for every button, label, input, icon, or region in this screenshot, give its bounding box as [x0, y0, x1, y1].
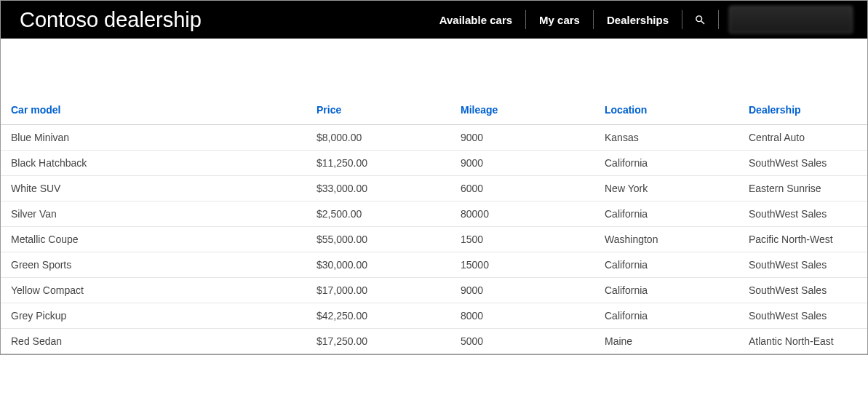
cars-table: Car model Price Mileage Location Dealers… [1, 97, 867, 354]
cell-car-model: Grey Pickup [1, 303, 306, 329]
cell-location: Washington [594, 227, 738, 252]
table-row[interactable]: Black Hatchback$11,250.009000CaliforniaS… [1, 151, 867, 176]
cell-dealership: Eastern Sunrise [738, 176, 867, 202]
cell-price: $33,000.00 [306, 176, 450, 202]
cell-car-model: Yellow Compact [1, 278, 306, 303]
brand-title: Contoso dealership [20, 8, 202, 32]
table-row[interactable]: White SUV$33,000.006000New YorkEastern S… [1, 176, 867, 202]
cell-dealership: SouthWest Sales [738, 202, 867, 227]
page: Contoso dealership Available cars My car… [0, 0, 868, 355]
cell-mileage: 15000 [450, 252, 594, 278]
top-bar: Contoso dealership Available cars My car… [1, 1, 867, 39]
cell-mileage: 8000 [450, 303, 594, 329]
cell-price: $55,000.00 [306, 227, 450, 252]
cell-dealership: SouthWest Sales [738, 303, 867, 329]
cell-location: New York [594, 176, 738, 202]
cell-price: $2,500.00 [306, 202, 450, 227]
cell-dealership: Central Auto [738, 125, 867, 151]
cell-price: $11,250.00 [306, 151, 450, 176]
table-row[interactable]: Silver Van$2,500.0080000CaliforniaSouthW… [1, 202, 867, 227]
col-header-dealership[interactable]: Dealership [738, 97, 867, 125]
table-row[interactable]: Green Sports$30,000.0015000CaliforniaSou… [1, 252, 867, 278]
table-row[interactable]: Yellow Compact$17,000.009000CaliforniaSo… [1, 278, 867, 303]
cell-car-model: Blue Minivan [1, 125, 306, 151]
cell-dealership: Atlantic North-East [738, 329, 867, 354]
table-row[interactable]: Blue Minivan$8,000.009000KansasCentral A… [1, 125, 867, 151]
cell-location: California [594, 303, 738, 329]
table-row[interactable]: Red Sedan$17,250.005000MaineAtlantic Nor… [1, 329, 867, 354]
top-nav: Available cars My cars Dealerships [426, 1, 853, 39]
cell-price: $17,250.00 [306, 329, 450, 354]
content-area: Car model Price Mileage Location Dealers… [1, 39, 867, 354]
cell-dealership: SouthWest Sales [738, 252, 867, 278]
col-header-location[interactable]: Location [594, 97, 738, 125]
nav-my-cars[interactable]: My cars [526, 10, 594, 29]
cell-mileage: 5000 [450, 329, 594, 354]
table-row[interactable]: Grey Pickup$42,250.008000CaliforniaSouth… [1, 303, 867, 329]
cell-mileage: 1500 [450, 227, 594, 252]
user-menu[interactable] [729, 6, 853, 33]
cell-dealership: Pacific North-West [738, 227, 867, 252]
cell-price: $8,000.00 [306, 125, 450, 151]
table-header-row: Car model Price Mileage Location Dealers… [1, 97, 867, 125]
cell-car-model: White SUV [1, 176, 306, 202]
cell-price: $42,250.00 [306, 303, 450, 329]
cell-car-model: Silver Van [1, 202, 306, 227]
cell-car-model: Metallic Coupe [1, 227, 306, 252]
col-header-car-model[interactable]: Car model [1, 97, 306, 125]
cell-location: California [594, 151, 738, 176]
cell-mileage: 6000 [450, 176, 594, 202]
cell-dealership: SouthWest Sales [738, 278, 867, 303]
cell-mileage: 9000 [450, 278, 594, 303]
table-row[interactable]: Metallic Coupe$55,000.001500WashingtonPa… [1, 227, 867, 252]
nav-dealerships[interactable]: Dealerships [594, 10, 682, 29]
col-header-price[interactable]: Price [306, 97, 450, 125]
cell-location: California [594, 278, 738, 303]
cell-mileage: 9000 [450, 151, 594, 176]
nav-available-cars[interactable]: Available cars [426, 10, 526, 29]
cell-mileage: 80000 [450, 202, 594, 227]
cell-price: $30,000.00 [306, 252, 450, 278]
search-icon [694, 14, 706, 26]
cell-location: California [594, 202, 738, 227]
cell-car-model: Green Sports [1, 252, 306, 278]
cell-dealership: SouthWest Sales [738, 151, 867, 176]
cell-location: California [594, 252, 738, 278]
nav-search[interactable] [682, 10, 719, 29]
cell-car-model: Black Hatchback [1, 151, 306, 176]
cell-price: $17,000.00 [306, 278, 450, 303]
cell-car-model: Red Sedan [1, 329, 306, 354]
col-header-mileage[interactable]: Mileage [450, 97, 594, 125]
cell-location: Kansas [594, 125, 738, 151]
cell-mileage: 9000 [450, 125, 594, 151]
cell-location: Maine [594, 329, 738, 354]
